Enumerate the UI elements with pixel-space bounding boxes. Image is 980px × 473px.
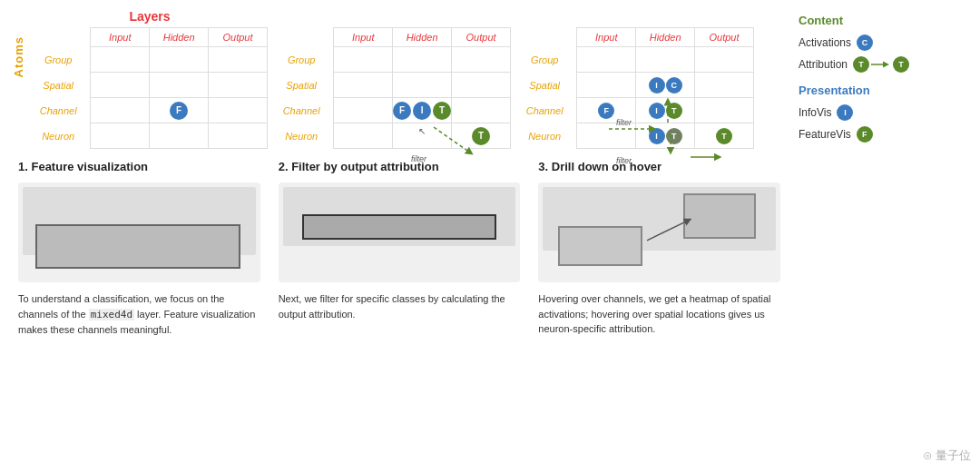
attribution-item: Attribution T T [799,56,953,73]
table-row: Neuron T [275,123,511,149]
table-row: Group [275,47,511,73]
table-row: Channel F I T [275,98,511,123]
cell-n1-output [209,123,268,149]
cell-c1-input [91,98,150,123]
left-panel: Atoms Layers Input Hidden [9,9,789,464]
cell-s1-hidden [150,73,209,98]
attribution-badge2: T [893,56,909,73]
node-F-2: F [393,102,411,120]
feature-title-2: 2. Filter by output attribution [279,160,521,173]
grid1-title: Layers [129,9,170,24]
node-T-neuron-3: T [666,128,682,144]
col-hidden-3: Hidden [636,28,695,47]
presentation-title: Presentation [799,84,953,97]
col-hidden-1: Hidden [150,28,209,47]
feature-panel-1: 1. Feature visualization To understand a… [9,160,270,338]
node-T-neuron-2: T [472,127,490,145]
cell-g1-output [209,47,268,73]
grid3-wrapper: Input Hidden Output Group [518,27,754,149]
infovis-item: InfoVis I [799,104,953,121]
attribution-badge1: T [853,56,869,73]
activations-badge: C [857,34,873,51]
featurevis-badge: F [857,126,873,143]
node-I-2: I [413,102,431,120]
cell-n1-input [91,123,150,149]
cell-c1-output [209,98,268,123]
table-row: Channel F [32,98,268,123]
col-input-3: Input [577,28,636,47]
grid-section-2: Layers Input Hidden Output [275,9,511,149]
grid2-table: Input Hidden Output Group [275,27,511,149]
node-T-2: T [433,102,451,120]
feature-panel-2: 2. Filter by output attribution Next, we… [270,160,530,338]
content-title: Content [799,14,953,27]
grid-section-1: Layers Input Hidden Output [32,9,268,149]
top-section: Atoms Layers Input Hidden [9,9,789,149]
feature-image-1 [18,182,260,282]
right-panel: Content Activations C Attribution T T [789,9,953,464]
cell-s1-output [209,73,268,98]
feature-title-1: 1. Feature visualization [18,160,260,173]
atoms-label-wrapper: Atoms [9,9,27,77]
feature-desc-2: Next, we filter for specific classes by … [279,291,521,321]
col-input-2: Input [334,28,393,47]
table-row: Channel F I T [518,98,754,123]
node-F-channel-3: F [598,103,614,119]
main-container: Atoms Layers Input Hidden [0,0,980,473]
node-I-channel-3: I [649,103,665,119]
svg-line-9 [647,221,688,241]
col-output-3: Output [695,28,754,47]
table-row: Spatial [275,73,511,98]
cell-s1-input [91,73,150,98]
feature-image-2 [279,182,521,282]
feature-desc-1: To understand a classification, we focus… [18,291,260,338]
infovis-badge: I [837,104,853,121]
node-C-spatial-3: C [666,77,682,94]
cell-n1-hidden [150,123,209,149]
infovis-label: InfoVis [799,106,831,119]
table-row: Neuron [32,123,268,149]
table-row: Group [518,47,754,73]
watermark: ⊙ 量子位 [923,448,971,464]
featurevis-label: FeatureVis [799,128,851,141]
feature-desc-3: Hovering over channels, we get a heatmap… [538,291,780,337]
table-row: Spatial I C [518,73,754,98]
table-row: Group [32,47,268,73]
activations-label: Activations [799,36,851,49]
cell-g1-hidden [150,47,209,73]
table-row: Neuron I T T [518,123,754,149]
grid3-table: Input Hidden Output Group [518,27,754,149]
featurevis-item: FeatureVis F [799,126,953,143]
row-group-1: Group [32,47,91,73]
col-output-2: Output [452,28,511,47]
feature-image-3 [538,182,780,282]
row-spatial-1: Spatial [32,73,91,98]
grid-section-3: Layers Input Hidden Output [518,9,754,149]
attribution-arrow: T T [853,56,909,73]
attribution-label: Attribution [799,58,848,71]
node-T-out-3: T [716,128,732,144]
col-output-1: Output [209,28,268,47]
grid1-table: Input Hidden Output Group [32,27,268,149]
node-F-1: F [170,102,188,120]
grids-area: Layers Input Hidden Output [32,9,754,149]
attribution-arrow-line [871,60,891,69]
bottom-section: 1. Feature visualization To understand a… [9,160,789,338]
col-hidden-2: Hidden [393,28,452,47]
grid1-wrapper: Input Hidden Output Group [32,27,268,149]
node-I-neuron-3: I [649,128,665,144]
cell-g1-input [91,47,150,73]
col-input-1: Input [91,28,150,47]
feature-vis-highlight [35,224,241,270]
grid2-wrapper: Input Hidden Output Group [275,27,511,149]
row-neuron-1: Neuron [32,123,91,149]
node-T-channel-3: T [666,103,682,119]
hover-arrow [538,182,780,282]
node-I-spatial-3: I [649,77,665,94]
table-row: Spatial [32,73,268,98]
feature-panel-3: 3. Drill down on hover [529,160,789,338]
activations-item: Activations C [799,34,953,51]
atoms-label: Atoms [12,36,25,77]
filter-highlight [302,214,495,240]
row-channel-1: Channel [32,98,91,123]
